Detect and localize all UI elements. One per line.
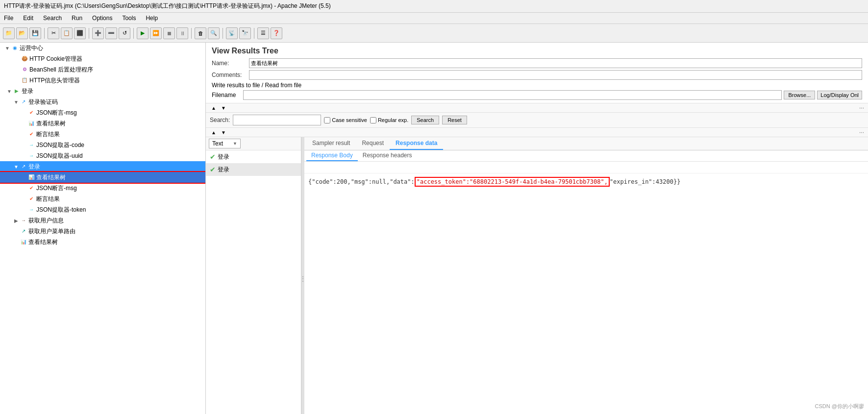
menu-tools[interactable]: Tools bbox=[120, 14, 138, 23]
comments-label: Comments: bbox=[212, 72, 246, 78]
reset-button[interactable]: Reset bbox=[442, 116, 467, 124]
arrow-toolbar-1: ▲ ▼ ··· bbox=[206, 103, 868, 113]
toolbar-stop[interactable]: ⏹ bbox=[163, 27, 175, 39]
toolbar-add[interactable]: ➕ bbox=[92, 27, 104, 39]
icon-view3: 📊 bbox=[20, 238, 27, 246]
response-text-area[interactable] bbox=[304, 162, 868, 173]
toolbar-clear-all[interactable]: 🔍 bbox=[208, 27, 220, 39]
toolbar-run-no-pause[interactable]: ⏩ bbox=[150, 27, 162, 39]
arrow-up-btn[interactable]: ▲ bbox=[210, 105, 218, 111]
toolbar-run[interactable]: ▶ bbox=[137, 27, 149, 39]
tree-item-assert-result2[interactable]: ✔ 断言结果 bbox=[0, 194, 205, 204]
arrow-ops-center[interactable]: ▼ bbox=[4, 46, 11, 51]
label-json-code: JSON提取器-code bbox=[36, 141, 84, 149]
browse-button[interactable]: Browse... bbox=[784, 91, 815, 99]
menu-edit[interactable]: Edit bbox=[21, 14, 35, 23]
result-label-2: 登录 bbox=[218, 166, 229, 174]
tree-item-assert-result1[interactable]: ✔ 断言结果 bbox=[0, 129, 205, 140]
result-entry-login2[interactable]: ✔ 登录 bbox=[206, 163, 301, 176]
menu-search[interactable]: Search bbox=[41, 14, 64, 23]
tree-item-login-verify[interactable]: ▼ ↗ 登录验证码 bbox=[0, 97, 205, 107]
tree-item-view-result2[interactable]: 📊 查看结果树 bbox=[0, 172, 205, 183]
filename-input[interactable] bbox=[243, 90, 782, 100]
icon-view1: 📊 bbox=[27, 120, 35, 127]
tree-item-beanshell[interactable]: ⚙ BeanShell 后置处理程序 bbox=[0, 64, 205, 75]
search-button[interactable]: Search bbox=[411, 116, 439, 124]
log-display-button[interactable]: Log/Display Onl bbox=[817, 91, 862, 99]
tab-response-data[interactable]: Response data bbox=[390, 137, 443, 150]
tab-sampler-result[interactable]: Sampler result bbox=[306, 137, 356, 150]
search-input[interactable] bbox=[233, 115, 321, 125]
icon-beanshell: ⚙ bbox=[21, 66, 28, 73]
tree-item-view-result1[interactable]: 📊 查看结果树 bbox=[0, 118, 205, 129]
icon-http-header: 📋 bbox=[21, 76, 28, 84]
arrow-user-info[interactable]: ▶ bbox=[13, 218, 20, 223]
title-text: HTTP请求-登录验证码.jmx (C:\Users\GengSun\Deskt… bbox=[4, 2, 331, 9]
more-options-btn2[interactable]: ··· bbox=[859, 129, 864, 136]
case-sensitive-label[interactable]: Case sensitive bbox=[324, 117, 367, 123]
arrow-down-btn2[interactable]: ▼ bbox=[220, 129, 227, 136]
menu-file[interactable]: File bbox=[2, 14, 15, 23]
menu-help[interactable]: Help bbox=[144, 14, 160, 23]
result-entry-login1[interactable]: ✔ 登录 bbox=[206, 150, 301, 163]
comments-input[interactable] bbox=[249, 70, 862, 80]
menu-bar: File Edit Search Run Options Tools Help bbox=[0, 13, 868, 24]
arrow-login-verify[interactable]: ▼ bbox=[13, 99, 20, 105]
toolbar-shutdown[interactable]: ⏸ bbox=[176, 27, 188, 39]
name-input[interactable] bbox=[249, 58, 862, 68]
tree-item-ops-center[interactable]: ▼ ◉ 运营中心 bbox=[0, 43, 205, 53]
menu-run[interactable]: Run bbox=[70, 14, 84, 23]
text-dropdown-label: Text bbox=[212, 140, 223, 147]
toolbar-remove[interactable]: ➖ bbox=[105, 27, 117, 39]
arrow-login2[interactable]: ▼ bbox=[13, 164, 20, 170]
more-options-btn[interactable]: ··· bbox=[859, 104, 864, 111]
arrow-login-group[interactable]: ▼ bbox=[6, 89, 13, 94]
label-json-token: JSON提取器-token bbox=[36, 206, 86, 214]
tree-item-view-result3[interactable]: 📊 查看结果树 bbox=[0, 237, 205, 247]
main-layout: ▼ ◉ 运营中心 🍪 HTTP Cookie管理器 ⚙ BeanShell 后置… bbox=[0, 43, 868, 414]
results-area: Text ▼ ✔ 登录 ✔ 登录 bbox=[206, 137, 868, 414]
case-sensitive-checkbox[interactable] bbox=[324, 117, 330, 123]
sub-tab-response-body[interactable]: Response Body bbox=[306, 150, 358, 161]
label-json-uuid: JSON提取器-uuid bbox=[36, 152, 83, 160]
label-user-info: 获取用户信息 bbox=[28, 217, 64, 225]
icon-json-assert2: ✔ bbox=[27, 184, 35, 192]
sub-tab-response-headers[interactable]: Response headers bbox=[358, 150, 417, 161]
label-login-verify: 登录验证码 bbox=[28, 98, 58, 106]
tree-item-json-assert-msg2[interactable]: ✔ JSON断言-msg bbox=[0, 183, 205, 194]
label-view1: 查看结果树 bbox=[36, 120, 66, 128]
tree-item-http-header[interactable]: 📋 HTTP信息头管理器 bbox=[0, 75, 205, 86]
tree-item-login2[interactable]: ▼ ↗ 登录 bbox=[0, 161, 205, 172]
toolbar-refresh[interactable]: ↺ bbox=[119, 27, 130, 39]
title-bar: HTTP请求-登录验证码.jmx (C:\Users\GengSun\Deskt… bbox=[0, 0, 868, 13]
tree-item-json-extract-token[interactable]: → JSON提取器-token bbox=[0, 204, 205, 215]
toolbar-list[interactable]: ☰ bbox=[257, 27, 269, 39]
menu-options[interactable]: Options bbox=[90, 14, 114, 23]
toolbar-clear[interactable]: 🗑 bbox=[195, 27, 206, 39]
toolbar-remote-start[interactable]: 📡 bbox=[226, 27, 238, 39]
tree-item-json-extract-code[interactable]: → JSON提取器-code bbox=[0, 140, 205, 150]
regular-exp-label[interactable]: Regular exp. bbox=[370, 117, 408, 123]
tree-item-get-user-info[interactable]: ▶ → 获取用户信息 bbox=[0, 215, 205, 226]
toolbar-help[interactable]: ❓ bbox=[271, 27, 282, 39]
tab-request[interactable]: Request bbox=[356, 137, 390, 150]
toolbar-save[interactable]: 💾 bbox=[29, 27, 41, 39]
label-http-cookie: HTTP Cookie管理器 bbox=[29, 55, 82, 63]
toolbar-open[interactable]: 📂 bbox=[16, 27, 28, 39]
arrow-up-btn2[interactable]: ▲ bbox=[210, 129, 218, 136]
toolbar-paste[interactable]: ⬛ bbox=[74, 27, 86, 39]
toolbar-copy[interactable]: 📋 bbox=[61, 27, 73, 39]
tree-item-json-assert-msg1[interactable]: ✔ JSON断言-msg bbox=[0, 107, 205, 118]
text-dropdown[interactable]: Text ▼ bbox=[209, 139, 241, 148]
tree-item-json-extract-uuid[interactable]: → JSON提取器-uuid bbox=[0, 150, 205, 161]
arrow-down-btn[interactable]: ▼ bbox=[220, 105, 227, 111]
icon-ops-center: ◉ bbox=[11, 44, 19, 52]
tree-item-login-group[interactable]: ▼ ▶ 登录 bbox=[0, 86, 205, 97]
regular-exp-checkbox[interactable] bbox=[370, 117, 376, 123]
toolbar-new[interactable]: 📁 bbox=[3, 27, 15, 39]
text-toolbar: Text ▼ bbox=[206, 137, 301, 150]
tree-item-http-cookie[interactable]: 🍪 HTTP Cookie管理器 bbox=[0, 53, 205, 64]
toolbar-remote-stop[interactable]: 🔭 bbox=[239, 27, 251, 39]
tree-item-get-user-menu[interactable]: ↗ 获取用户菜单路由 bbox=[0, 226, 205, 237]
toolbar-cut[interactable]: ✂ bbox=[48, 27, 59, 39]
